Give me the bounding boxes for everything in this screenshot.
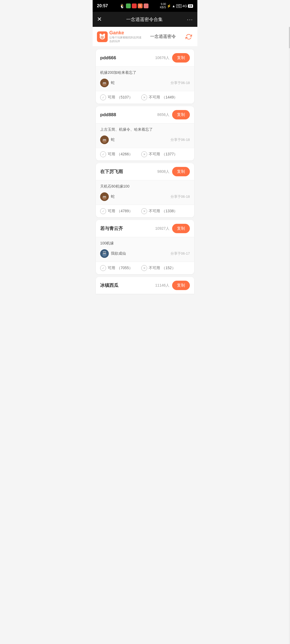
- card-4-no-count: （152）: [162, 266, 175, 270]
- card-2-code: pdd888: [100, 112, 116, 118]
- card-3-no-label: 不可用: [149, 209, 160, 214]
- ganke-subtitle: 让每个玩家都能找到志同道合的玩伴: [109, 36, 142, 43]
- card-4-desc: 100机缘: [100, 240, 190, 246]
- svg-point-32: [105, 253, 106, 254]
- refresh-button[interactable]: [184, 32, 193, 41]
- card-2-no-icon: ✕: [141, 151, 147, 157]
- card-4-no-vote[interactable]: ✕ 不可用 （152）: [141, 265, 175, 271]
- card-4-ok-label: 可用: [108, 266, 115, 270]
- status-right-icons: 9.00KB/S ⚡ ▲ HD 4G 19: [160, 3, 193, 9]
- card-2-ok-icon: ✓: [100, 151, 106, 157]
- card-4-avatar: [100, 249, 109, 258]
- card-3-share-time: 分享于06-18: [171, 194, 190, 199]
- card-1-avatar: [100, 79, 109, 87]
- card-5-code: 冰镇西瓜: [100, 282, 118, 288]
- card-2-copy-button[interactable]: 复制: [172, 110, 190, 119]
- card-1-ok-vote[interactable]: ✓ 可用 （5107）: [100, 94, 133, 100]
- svg-point-26: [105, 196, 106, 197]
- svg-point-20: [105, 140, 106, 140]
- card-3-footer: ✓ 可用 （4789） ✕ 不可用 （1338）: [96, 205, 194, 217]
- card-1-header: pdd666 10676人 复制: [96, 49, 194, 66]
- card-5-partial: 冰镇西瓜 11146人 复制: [96, 277, 194, 294]
- svg-point-13: [103, 83, 104, 83]
- svg-point-16: [102, 139, 107, 143]
- card-3: 在下厉飞雨 9808人 复制 天机石60机缘100 蛇 分享于06-18 ✓: [96, 163, 194, 217]
- svg-point-31: [103, 253, 104, 254]
- ganke-name: Ganke: [109, 30, 142, 36]
- card-2-ok-vote[interactable]: ✓ 可用 （4266）: [100, 151, 133, 157]
- card-2-avatar: [100, 136, 109, 144]
- ganke-logo-text: Ganke 让每个玩家都能找到志同道合的玩伴: [109, 30, 142, 43]
- card-2-ok-count: （4266）: [117, 152, 133, 157]
- card-1-user-row: 蛇 分享于06-18: [100, 79, 190, 87]
- hd-badge: HD: [176, 4, 182, 8]
- bluetooth-icon: ⚡: [167, 4, 171, 8]
- card-1-no-icon: ✕: [141, 94, 147, 100]
- ganke-logo-icon: [97, 31, 108, 42]
- card-2-header: pdd888 8656人 复制: [96, 106, 194, 123]
- card-3-no-vote[interactable]: ✕ 不可用 （1338）: [141, 208, 177, 214]
- card-2-no-vote[interactable]: ✕ 不可用 （1377）: [141, 151, 177, 157]
- card-4-no-icon: ✕: [141, 265, 147, 271]
- card-2-desc: 上古玉简、机缘令、哈来着忘了: [100, 127, 190, 132]
- card-1-copy-button[interactable]: 复制: [172, 53, 190, 63]
- card-3-avatar: [100, 192, 109, 201]
- card-3-ok-count: （4789）: [117, 209, 133, 214]
- card-2: pdd888 8656人 复制 上古玉简、机缘令、哈来着忘了 蛇 分享于06-1…: [96, 106, 194, 160]
- card-2-ok-label: 可用: [108, 152, 115, 157]
- wifi-icon: ▲: [172, 4, 175, 8]
- card-4-body: 100机缘 我欲成仙 分享于06-17: [96, 237, 194, 262]
- card-1-ok-label: 可用: [108, 95, 115, 100]
- card-4-username: 我欲成仙: [111, 251, 126, 256]
- card-3-user: 蛇: [100, 192, 115, 201]
- card-2-user-row: 蛇 分享于06-18: [100, 136, 190, 144]
- svg-point-22: [102, 196, 107, 200]
- card-3-ok-vote[interactable]: ✓ 可用 （4789）: [100, 208, 133, 214]
- card-4-code: 若与青云齐: [100, 225, 123, 232]
- card-3-header-right: 9808人 复制: [157, 167, 190, 176]
- more-button[interactable]: ···: [187, 16, 193, 23]
- signal-icon: 4G: [183, 4, 187, 8]
- card-4-ok-vote[interactable]: ✓ 可用 （7055）: [100, 265, 133, 271]
- svg-point-6: [101, 37, 102, 37]
- card-2-no-label: 不可用: [149, 152, 160, 157]
- svg-point-3: [100, 36, 104, 39]
- header-title: 一念逍遥密令: [142, 34, 184, 39]
- svg-point-19: [103, 140, 104, 140]
- card-2-footer: ✓ 可用 （4266） ✕ 不可用 （1377）: [96, 148, 194, 160]
- card-4-share-time: 分享于06-17: [171, 251, 190, 256]
- card-5-header: 冰镇西瓜 11146人 复制: [96, 277, 194, 294]
- card-1-share-time: 分享于06-18: [171, 80, 190, 85]
- card-1-ok-icon: ✓: [100, 94, 106, 100]
- card-1-user: 蛇: [100, 79, 115, 87]
- card-4-ok-count: （7055）: [117, 266, 133, 270]
- svg-point-25: [103, 196, 104, 197]
- nav-title: 一念逍遥密令合集: [102, 16, 187, 23]
- svg-point-28: [102, 253, 107, 257]
- svg-point-7: [103, 37, 103, 37]
- card-2-user: 蛇: [100, 136, 115, 144]
- card-4-copy-button[interactable]: 复制: [172, 224, 190, 233]
- card-1: pdd666 10676人 复制 机缘200加哈来着忘了 蛇 分享于06-18 …: [96, 49, 194, 104]
- card-4-footer: ✓ 可用 （7055） ✕ 不可用 （152）: [96, 262, 194, 274]
- status-time: 20:57: [97, 3, 108, 8]
- svg-point-10: [102, 82, 107, 86]
- card-1-count: 10676人: [155, 56, 169, 60]
- status-bar: 20:57 🐧 S 9.00KB/S ⚡ ▲ HD 4G 19: [93, 0, 197, 12]
- close-button[interactable]: ✕: [97, 16, 102, 23]
- card-3-user-row: 蛇 分享于06-18: [100, 192, 190, 201]
- card-5-copy-button[interactable]: 复制: [172, 281, 190, 290]
- card-3-code: 在下厉飞雨: [100, 169, 123, 175]
- card-4-count: 10927人: [155, 226, 169, 231]
- battery-icon: 19: [188, 4, 193, 8]
- card-1-no-vote[interactable]: ✕ 不可用 （1449）: [141, 94, 177, 100]
- card-2-body: 上古玉简、机缘令、哈来着忘了 蛇 分享于06-18: [96, 123, 194, 148]
- card-3-ok-label: 可用: [108, 209, 115, 214]
- card-3-copy-button[interactable]: 复制: [172, 167, 190, 176]
- card-2-share-time: 分享于06-18: [171, 137, 190, 142]
- card-5-count: 11146人: [155, 283, 169, 288]
- card-1-username: 蛇: [111, 80, 115, 85]
- card-4: 若与青云齐 10927人 复制 100机缘 我欲成仙 分享于06-17 ✓: [96, 220, 194, 274]
- card-2-username: 蛇: [111, 137, 115, 142]
- ganke-svg-icon: [98, 33, 106, 41]
